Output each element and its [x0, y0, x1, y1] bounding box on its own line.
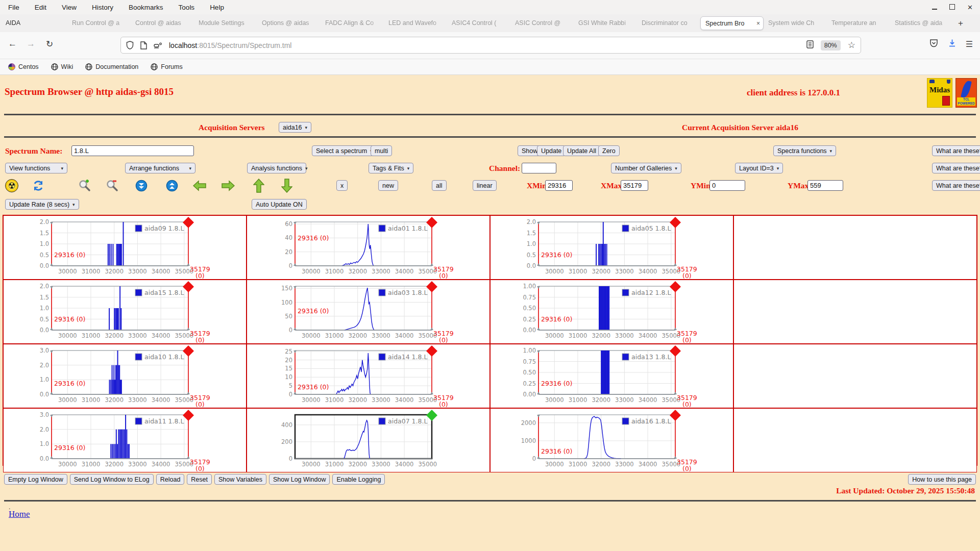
zoom-in-icon[interactable] [78, 179, 91, 192]
grid-cell-aida15[interactable]: 3000031000320003300034000350000.00.51.01… [3, 280, 247, 344]
channel-input[interactable] [522, 163, 556, 173]
menu-bookmarks[interactable]: Bookmarks [129, 4, 163, 11]
tab-fadc-align-co[interactable]: FADC Align & Co [321, 16, 384, 30]
grid-cell-aida03[interactable]: 300003100032000330003400035000050100150a… [247, 280, 490, 344]
tab-close-icon[interactable]: × [756, 17, 760, 30]
what-are-these-button[interactable]: What are these? [932, 180, 980, 191]
reader-mode-icon[interactable] [806, 40, 814, 51]
how-to-use-button[interactable]: How to use this page [908, 474, 976, 485]
xmax-input[interactable] [621, 180, 648, 191]
grid-cell-aida01[interactable]: 3000031000320003300034000350000204060aid… [247, 215, 490, 280]
bookmark-wiki[interactable]: Wiki [51, 63, 74, 70]
auto-update-button[interactable]: Auto Update ON [252, 199, 307, 210]
grid-cell-aida14[interactable]: 3000031000320003300034000350000510152025… [247, 344, 490, 408]
grid-cell-aida07[interactable]: 3000031000320003300034000350000200400aid… [247, 408, 490, 472]
analysis-functions-dropdown[interactable]: Analysis functions▾ [247, 163, 306, 173]
multi-button[interactable]: multi [371, 145, 392, 156]
tab-aida[interactable]: AIDA [1, 16, 67, 30]
ymax-input[interactable] [807, 180, 843, 191]
what-are-these-button[interactable]: What are these? [932, 163, 980, 173]
spectrum-chart-aida07[interactable]: 3000031000320003300034000350000200400aid… [275, 409, 452, 472]
tab-run-control-a[interactable]: Run Control @ a [67, 16, 131, 30]
all-button[interactable]: all [432, 180, 447, 191]
spectra-functions-dropdown[interactable]: Spectra functions▾ [773, 145, 836, 156]
spectrum-chart-aida12[interactable]: 3000031000320003300034000350000.000.250.… [518, 280, 696, 343]
zoom-out-icon[interactable] [106, 179, 119, 192]
send-log-window-to-elog-button[interactable]: Send Log Window to ELog [70, 474, 154, 485]
tab-temperature-an[interactable]: Temperature an [827, 16, 890, 30]
arrow-left-icon[interactable] [193, 179, 206, 192]
ymin-input[interactable] [709, 180, 745, 191]
tab-gsi-white-rabbi[interactable]: GSI White Rabbi [574, 16, 637, 30]
page-info-icon[interactable] [140, 41, 147, 49]
close-icon[interactable]: ✕ [967, 4, 973, 11]
home-link[interactable]: Home [9, 509, 30, 519]
tab-module-settings[interactable]: Module Settings [194, 16, 257, 30]
show-variables-button[interactable]: Show Variables [214, 474, 266, 485]
arrow-up-icon[interactable] [252, 179, 265, 192]
spectrum-chart-aida14[interactable]: 3000031000320003300034000350000510152025… [275, 344, 452, 408]
select-spectrum-dropdown[interactable]: Select a spectrum▾ [312, 145, 377, 156]
bookmark-forums[interactable]: Forums [151, 63, 182, 70]
update-all-button[interactable]: Update All [563, 145, 600, 156]
pocket-icon[interactable] [929, 39, 938, 49]
minimize-icon[interactable] [932, 4, 937, 11]
permissions-icon[interactable] [154, 42, 162, 48]
xmin-input[interactable] [545, 180, 573, 191]
update-button[interactable]: Update [537, 145, 566, 156]
radiation-icon[interactable]: ☢ [5, 179, 18, 192]
refresh-icon[interactable] [32, 179, 45, 192]
reload-button[interactable]: Reload [156, 474, 185, 485]
layout-id-dropdown[interactable]: Layout ID=3▾ [735, 163, 783, 173]
view-functions-dropdown[interactable]: View functions▾ [5, 163, 67, 173]
x-button[interactable]: x [336, 180, 348, 191]
tab-options-aidas[interactable]: Options @ aidas [257, 16, 321, 30]
spectrum-chart-aida01[interactable]: 3000031000320003300034000350000204060aid… [275, 216, 452, 279]
empty-log-window-button[interactable]: Empty Log Window [4, 474, 67, 485]
spectrum-chart-aida11[interactable]: 3000031000320003300034000350000.01.02.03… [31, 409, 209, 472]
url-text[interactable]: localhost:8015/Spectrum/Spectrum.tml [169, 41, 291, 49]
arrange-functions-dropdown[interactable]: Arrange functions▾ [125, 163, 195, 173]
collapse-sphere-icon[interactable] [135, 179, 148, 192]
tab-asic4-control[interactable]: ASIC4 Control ( [447, 16, 510, 30]
enable-logging-button[interactable]: Enable Logging [332, 474, 385, 485]
grid-cell-aida05[interactable]: 3000031000320003300034000350000.00.51.01… [490, 215, 733, 280]
show-log-window-button[interactable]: Show Log Window [269, 474, 330, 485]
menu-icon[interactable]: ☰ [966, 39, 973, 49]
tab-control-aidas[interactable]: Control @ aidas [131, 16, 194, 30]
spectrum-chart-aida10[interactable]: 3000031000320003300034000350000.01.02.03… [31, 344, 209, 408]
tab-system-wide-ch[interactable]: System wide Ch [764, 16, 827, 30]
menu-tools[interactable]: Tools [179, 4, 195, 11]
tab-statistics-aida[interactable]: Statistics @ aida [890, 16, 953, 30]
bookmark-documentation[interactable]: Documentation [85, 63, 138, 70]
menu-view[interactable]: View [62, 4, 77, 11]
download-icon[interactable] [948, 39, 957, 49]
grid-cell-aida10[interactable]: 3000031000320003300034000350000.01.02.03… [3, 344, 247, 408]
acquisition-server-select[interactable]: aida16▾ [279, 122, 311, 133]
spectrum-name-input[interactable] [71, 145, 194, 156]
menu-edit[interactable]: Edit [35, 4, 46, 11]
grid-cell-aida12[interactable]: 3000031000320003300034000350000.000.250.… [490, 280, 733, 344]
reload-icon[interactable]: ↻ [46, 39, 53, 49]
linear-button[interactable]: linear [473, 180, 497, 191]
arrow-right-icon[interactable] [222, 179, 235, 192]
update-rate-dropdown[interactable]: Update Rate (8 secs)▾ [5, 199, 79, 210]
spectrum-chart-aida05[interactable]: 3000031000320003300034000350000.00.51.01… [518, 216, 696, 279]
forward-icon[interactable]: → [27, 39, 35, 49]
grid-cell-aida11[interactable]: 3000031000320003300034000350000.01.02.03… [3, 408, 247, 472]
url-bar[interactable]: localhost:8015/Spectrum/Spectrum.tml 80%… [120, 37, 861, 54]
maximize-icon[interactable] [949, 4, 955, 11]
what-are-these-button[interactable]: What are these? [932, 145, 980, 156]
tab-asic-control[interactable]: ASIC Control @ [510, 16, 574, 30]
tags-fits-dropdown[interactable]: Tags & Fits▾ [369, 163, 413, 173]
menu-history[interactable]: History [92, 4, 113, 11]
reset-button[interactable]: Reset [187, 474, 212, 485]
spectrum-chart-aida09[interactable]: 3000031000320003300034000350000.00.51.01… [31, 216, 209, 279]
tab-spectrum-bro[interactable]: Spectrum Bro× [700, 16, 764, 30]
zero-button[interactable]: Zero [598, 145, 620, 156]
spectrum-chart-aida13[interactable]: 3000031000320003300034000350000.000.250.… [518, 344, 696, 408]
shield-icon[interactable] [126, 41, 134, 49]
tab-led-and-wavefo[interactable]: LED and Wavefo [384, 16, 447, 30]
new-button[interactable]: new [378, 180, 398, 191]
tab-discriminator-co[interactable]: Discriminator co [637, 16, 700, 30]
